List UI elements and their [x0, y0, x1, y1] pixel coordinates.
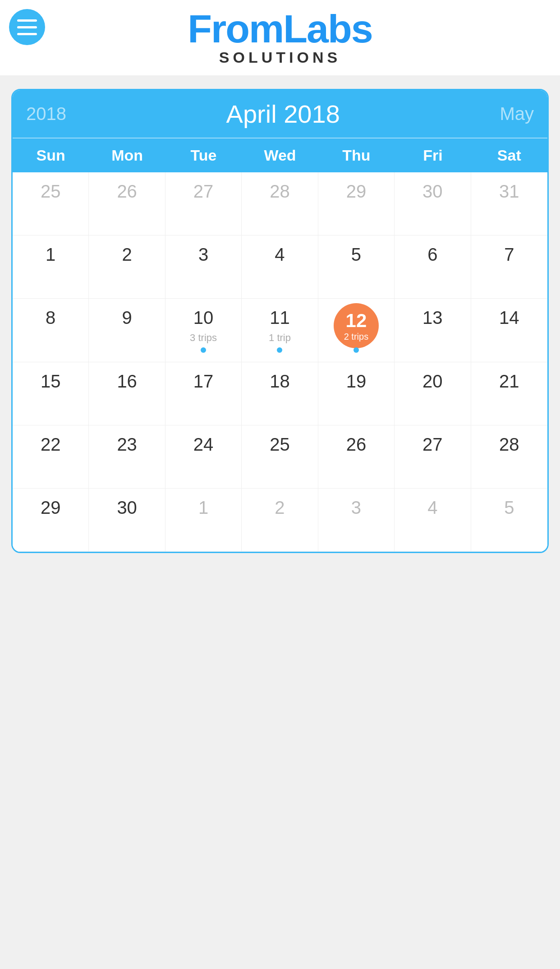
- cell-date: 4: [275, 245, 285, 265]
- calendar-cell-28[interactable]: 22: [13, 425, 89, 489]
- cell-date: 26: [346, 434, 367, 455]
- calendar-cell-5[interactable]: 30: [395, 172, 471, 235]
- cell-date: 25: [41, 181, 61, 202]
- calendar-next-label[interactable]: May: [500, 104, 534, 124]
- calendar-cell-18[interactable]: 122 trips: [318, 299, 395, 362]
- calendar-cell-17[interactable]: 111 trip: [242, 299, 318, 362]
- menu-button[interactable]: [9, 9, 45, 45]
- calendar-cell-9[interactable]: 3: [165, 235, 242, 299]
- calendar-cell-29[interactable]: 23: [89, 425, 165, 489]
- calendar-grid: 25262728293031123456789103 trips111 trip…: [13, 172, 547, 552]
- cell-date: 9: [122, 308, 132, 328]
- calendar-cell-10[interactable]: 4: [242, 235, 318, 299]
- day-name-tue: Tue: [165, 138, 242, 172]
- cell-date: 22: [41, 434, 61, 455]
- calendar-cell-20[interactable]: 14: [471, 299, 547, 362]
- cell-trips: 1 trip: [269, 332, 291, 344]
- calendar-cell-35[interactable]: 29: [13, 489, 89, 552]
- calendar-cell-32[interactable]: 26: [318, 425, 395, 489]
- cell-trips: 3 trips: [190, 332, 217, 344]
- calendar-cell-16[interactable]: 103 trips: [165, 299, 242, 362]
- cell-date: 23: [117, 434, 137, 455]
- cell-date: 19: [346, 371, 367, 392]
- cell-date: 25: [270, 434, 290, 455]
- logo-subtitle: SOLUTIONS: [188, 49, 372, 66]
- cell-date: 15: [41, 371, 61, 392]
- calendar-cell-38[interactable]: 2: [242, 489, 318, 552]
- cell-date: 27: [422, 434, 443, 455]
- calendar-cell-34[interactable]: 28: [471, 425, 547, 489]
- cell-date: 2: [275, 498, 285, 518]
- calendar-prev-label[interactable]: 2018: [26, 104, 66, 124]
- day-name-wed: Wed: [242, 138, 318, 172]
- calendar-cell-3[interactable]: 28: [242, 172, 318, 235]
- cell-date: 10: [193, 308, 214, 328]
- calendar-cell-36[interactable]: 30: [89, 489, 165, 552]
- calendar-cell-2[interactable]: 27: [165, 172, 242, 235]
- cell-date: 2: [122, 245, 132, 265]
- calendar-cell-22[interactable]: 16: [89, 362, 165, 425]
- menu-bar-2: [17, 26, 37, 28]
- calendar-cell-26[interactable]: 20: [395, 362, 471, 425]
- calendar-cell-14[interactable]: 8: [13, 299, 89, 362]
- cell-date: 31: [499, 181, 519, 202]
- calendar-cell-23[interactable]: 17: [165, 362, 242, 425]
- logo-title: FromLabs: [188, 9, 372, 49]
- cell-date: 29: [346, 181, 367, 202]
- cell-date: 8: [46, 308, 55, 328]
- day-name-thu: Thu: [318, 138, 395, 172]
- calendar-cell-11[interactable]: 5: [318, 235, 395, 299]
- calendar-title: April 2018: [226, 99, 340, 129]
- cell-date: 24: [193, 434, 214, 455]
- calendar-cell-33[interactable]: 27: [395, 425, 471, 489]
- trip-dot-icon: [277, 347, 282, 353]
- cell-trips: 2 trips: [344, 332, 368, 342]
- cell-date: 18: [270, 371, 290, 392]
- calendar: 2018 April 2018 May Sun Mon Tue Wed Thu …: [11, 89, 549, 553]
- calendar-cell-13[interactable]: 7: [471, 235, 547, 299]
- calendar-cell-21[interactable]: 15: [13, 362, 89, 425]
- day-name-fri: Fri: [395, 138, 471, 172]
- cell-date: 12: [346, 310, 367, 332]
- day-name-mon: Mon: [89, 138, 165, 172]
- cell-date: 13: [422, 308, 443, 328]
- calendar-header: 2018 April 2018 May: [13, 90, 547, 138]
- calendar-cell-40[interactable]: 4: [395, 489, 471, 552]
- calendar-cell-25[interactable]: 19: [318, 362, 395, 425]
- cell-date: 3: [351, 498, 361, 518]
- calendar-cell-41[interactable]: 5: [471, 489, 547, 552]
- cell-date: 14: [499, 308, 519, 328]
- cell-date: 27: [193, 181, 214, 202]
- day-name-sun: Sun: [13, 138, 89, 172]
- calendar-cell-6[interactable]: 31: [471, 172, 547, 235]
- calendar-cell-12[interactable]: 6: [395, 235, 471, 299]
- selected-date-circle: 122 trips: [334, 303, 379, 348]
- calendar-cell-27[interactable]: 21: [471, 362, 547, 425]
- cell-date: 4: [427, 498, 437, 518]
- calendar-cell-1[interactable]: 26: [89, 172, 165, 235]
- calendar-cell-30[interactable]: 24: [165, 425, 242, 489]
- calendar-cell-15[interactable]: 9: [89, 299, 165, 362]
- calendar-cell-39[interactable]: 3: [318, 489, 395, 552]
- menu-bar-3: [17, 33, 37, 35]
- cell-date: 3: [198, 245, 208, 265]
- logo: FromLabs SOLUTIONS: [188, 9, 372, 66]
- cell-date: 16: [117, 371, 137, 392]
- day-name-sat: Sat: [471, 138, 547, 172]
- cell-date: 21: [499, 371, 519, 392]
- calendar-day-names: Sun Mon Tue Wed Thu Fri Sat: [13, 138, 547, 172]
- calendar-cell-37[interactable]: 1: [165, 489, 242, 552]
- calendar-cell-31[interactable]: 25: [242, 425, 318, 489]
- cell-date: 30: [422, 181, 443, 202]
- cell-date: 6: [427, 245, 437, 265]
- trip-dot-icon: [201, 347, 206, 353]
- calendar-cell-7[interactable]: 1: [13, 235, 89, 299]
- calendar-cell-4[interactable]: 29: [318, 172, 395, 235]
- calendar-cell-0[interactable]: 25: [13, 172, 89, 235]
- calendar-cell-24[interactable]: 18: [242, 362, 318, 425]
- cell-date: 26: [117, 181, 137, 202]
- calendar-cell-8[interactable]: 2: [89, 235, 165, 299]
- calendar-cell-19[interactable]: 13: [395, 299, 471, 362]
- cell-date: 28: [499, 434, 519, 455]
- menu-bar-1: [17, 19, 37, 22]
